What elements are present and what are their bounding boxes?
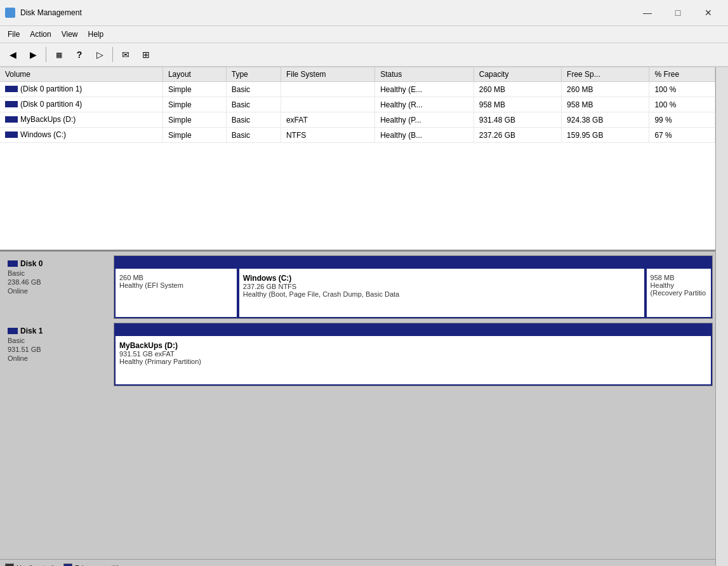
cell-type: Basic <box>226 128 281 143</box>
disk-0-icon <box>8 260 18 267</box>
volume-icon: (Disk 0 partition 1) <box>5 84 82 93</box>
disk-0-p1-size: 260 MB <box>119 274 233 281</box>
toolbar-sep-2 <box>112 47 113 62</box>
window-title: Disk Management <box>20 8 82 17</box>
cell-type: Basic <box>226 82 281 97</box>
volume-table-container: Volume Layout Type File System Status Ca… <box>0 67 715 252</box>
cmd-button[interactable]: ✉ <box>117 46 135 64</box>
cell-pctfree: 100 % <box>649 82 715 97</box>
toolbar: ◀ ▶ ▦ ? ▷ ✉ ⊞ <box>0 43 728 67</box>
col-freespace: Free Sp... <box>562 67 649 82</box>
menu-view[interactable]: View <box>56 27 83 41</box>
cell-volume: (Disk 0 partition 1) <box>0 82 162 97</box>
forward-button[interactable]: ▶ <box>24 46 42 64</box>
disk-1-p1-size: 931.51 GB exFAT <box>119 350 707 358</box>
content-wrapper: Volume Layout Type File System Status Ca… <box>0 67 728 566</box>
table-row[interactable]: (Disk 0 partition 1) Simple Basic Health… <box>0 82 715 97</box>
disk-0-p1-content: 260 MB Healthy (EFI System <box>119 274 233 289</box>
disk-0-p2-content: Windows (C:) 237.26 GB NTFS Healthy (Boo… <box>243 274 640 298</box>
cell-layout: Simple <box>162 82 226 97</box>
window-controls: — □ ✕ <box>633 4 723 22</box>
back-button[interactable]: ◀ <box>4 46 22 64</box>
disk-0-partition-3[interactable]: 958 MB Healthy (Recovery Partitio <box>645 256 712 318</box>
volume-disk-bar <box>5 86 18 92</box>
legend-primary: Primary partition <box>63 563 126 566</box>
cell-capacity: 237.26 GB <box>473 128 561 143</box>
volume-table: Volume Layout Type File System Status Ca… <box>0 67 715 143</box>
disk-0-type: Basic <box>8 269 109 277</box>
toolbar-sep-1 <box>46 47 46 62</box>
cell-freespace: 159.95 GB <box>562 128 649 143</box>
disk-1-icon <box>8 328 18 334</box>
table-row[interactable]: (Disk 0 partition 4) Simple Basic Health… <box>0 97 715 112</box>
table-row[interactable]: MyBackUps (D:) Simple Basic exFAT Health… <box>0 112 715 128</box>
disk-0-status: Online <box>8 287 109 295</box>
disk-0-partition-1[interactable]: 260 MB Healthy (EFI System <box>114 256 238 318</box>
cell-freespace: 958 MB <box>562 97 649 112</box>
volume-icon: Windows (C:) <box>5 130 66 139</box>
cell-status: Healthy (R... <box>375 97 474 112</box>
disk-0-p3-detail: Healthy (Recovery Partitio <box>651 281 707 297</box>
cell-filesystem: exFAT <box>281 112 374 128</box>
title-bar-left: Disk Management <box>5 8 82 18</box>
wizard-button[interactable]: ▷ <box>91 46 109 64</box>
legend-primary-swatch <box>63 563 72 566</box>
cell-status: Healthy (B... <box>375 128 474 143</box>
cell-volume: Windows (C:) <box>0 128 162 143</box>
cell-type: Basic <box>226 97 281 112</box>
disk-1-status: Online <box>8 354 109 362</box>
legend-bar: Unallocated Primary partition <box>0 559 715 566</box>
disk-0-p1-detail: Healthy (EFI System <box>119 281 233 289</box>
col-layout: Layout <box>162 67 226 82</box>
disk-row-0: Disk 0 Basic 238.46 GB Online 260 MB Hea… <box>3 255 713 319</box>
maximize-button[interactable]: □ <box>663 4 692 22</box>
disk-0-p2-header <box>239 257 644 269</box>
col-volume: Volume <box>0 67 162 82</box>
minimize-button[interactable]: — <box>633 4 662 22</box>
cell-capacity: 958 MB <box>473 97 561 112</box>
right-panel <box>715 67 728 566</box>
disk-1-partitions: MyBackUps (D:) 931.51 GB exFAT Healthy (… <box>114 323 713 386</box>
disk-1-type: Basic <box>8 337 109 344</box>
legend-unallocated-swatch <box>5 563 14 566</box>
volume-icon: (Disk 0 partition 4) <box>5 100 82 109</box>
disk-0-partition-2[interactable]: Windows (C:) 237.26 GB NTFS Healthy (Boo… <box>238 256 645 318</box>
cell-layout: Simple <box>162 112 226 128</box>
table-row[interactable]: Windows (C:) Simple Basic NTFS Healthy (… <box>0 128 715 143</box>
col-capacity: Capacity <box>473 67 561 82</box>
disk-0-partitions: 260 MB Healthy (EFI System Windows (C:) … <box>114 255 713 319</box>
cell-filesystem <box>281 97 374 112</box>
disk-0-p3-size: 958 MB <box>651 274 707 281</box>
disk-1-label: Disk 1 <box>20 327 43 335</box>
help-button[interactable]: ? <box>70 46 88 64</box>
cell-layout: Simple <box>162 97 226 112</box>
col-status: Status <box>375 67 474 82</box>
cell-freespace: 924.38 GB <box>562 112 649 128</box>
cell-type: Basic <box>226 112 281 128</box>
disk-1-size: 931.51 GB <box>8 346 109 353</box>
table-body: (Disk 0 partition 1) Simple Basic Health… <box>0 82 715 143</box>
cell-capacity: 931.48 GB <box>473 112 561 128</box>
menu-action[interactable]: Action <box>25 27 56 41</box>
app-icon <box>5 8 15 18</box>
menu-help[interactable]: Help <box>83 27 109 41</box>
disk-0-p2-size: 237.26 GB NTFS <box>243 283 640 290</box>
disk-0-label: Disk 0 <box>20 259 43 268</box>
menu-bar: File Action View Help <box>0 26 728 43</box>
col-pctfree: % Free <box>649 67 715 82</box>
disk-0-p3-content: 958 MB Healthy (Recovery Partitio <box>651 274 707 297</box>
rescan-button[interactable]: ⊞ <box>137 46 155 64</box>
cell-pctfree: 99 % <box>649 112 715 128</box>
disk-0-p1-header <box>116 257 237 269</box>
disk-1-p1-header <box>116 325 711 336</box>
col-type: Type <box>226 67 281 82</box>
disk-1-partition-1[interactable]: MyBackUps (D:) 931.51 GB exFAT Healthy (… <box>114 323 712 386</box>
disk-0-p2-detail: Healthy (Boot, Page File, Crash Dump, Ba… <box>243 290 640 298</box>
menu-file[interactable]: File <box>3 27 25 41</box>
close-button[interactable]: ✕ <box>694 4 723 22</box>
disk-1-name: Disk 1 <box>8 327 109 335</box>
properties-button[interactable]: ▦ <box>50 46 68 64</box>
cell-filesystem: NTFS <box>281 128 374 143</box>
cell-volume: MyBackUps (D:) <box>0 112 162 128</box>
disk-row-1: Disk 1 Basic 931.51 GB Online MyBackUps … <box>3 323 713 386</box>
